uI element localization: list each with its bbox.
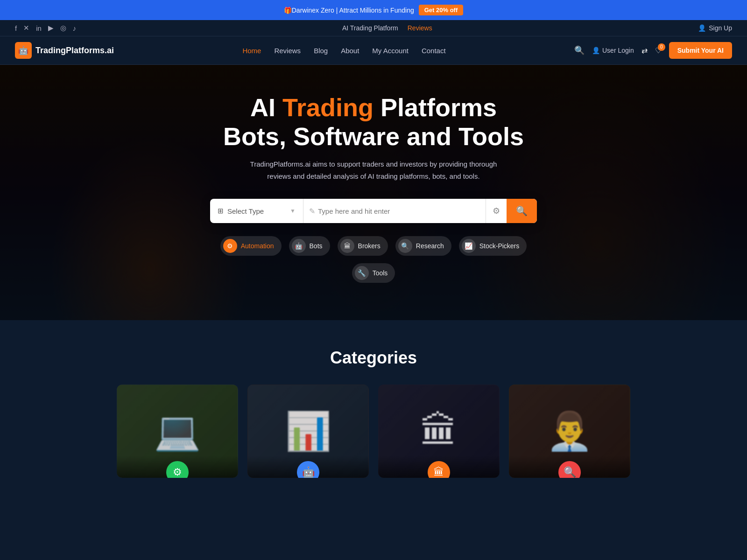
categories-title: Categories <box>15 348 732 368</box>
chip-research[interactable]: 🔍 Research <box>395 236 451 256</box>
cat-badge-research: 🔍 <box>558 461 581 478</box>
search-bar: ⊞ Select Type ▼ ✎ ⚙ 🔍 <box>210 199 537 223</box>
user-icon: 👤 <box>592 47 600 54</box>
user-login-label: User Login <box>602 47 634 54</box>
search-input[interactable] <box>318 207 480 215</box>
nav-contact[interactable]: Contact <box>422 47 446 55</box>
signup-label: Sign Up <box>709 24 732 32</box>
category-chips: ⚙ Automation 🤖 Bots 🏛 Brokers 🔍 Research… <box>210 236 537 283</box>
cursor-icon: ✎ <box>309 207 315 216</box>
nav-right: 🔍 👤 User Login ⇄ ♡ 0 Submit Your AI <box>574 42 732 59</box>
hero-title-part2: Platforms <box>374 93 497 121</box>
cat-card-bots[interactable]: 📊 🤖 <box>247 385 369 478</box>
instagram-icon[interactable]: ◎ <box>60 24 66 32</box>
research-icon: 🔍 <box>398 239 412 253</box>
filter-icon-btn[interactable]: ⚙ <box>486 199 507 223</box>
chip-bots[interactable]: 🤖 Bots <box>289 236 330 256</box>
hero-section: AI Trading Platforms Bots, Software and … <box>0 65 747 320</box>
nav-about[interactable]: About <box>341 47 359 55</box>
logo-icon: 🤖 <box>15 42 32 59</box>
nav-blog[interactable]: Blog <box>314 47 328 55</box>
chip-automation-label: Automation <box>241 242 274 250</box>
chip-brokers-label: Brokers <box>358 242 381 250</box>
chevron-down-icon: ▼ <box>290 208 296 214</box>
nav-home[interactable]: Home <box>242 47 261 55</box>
logo-text: TradingPlatforms.ai <box>35 46 114 56</box>
tools-icon: 🔧 <box>355 266 369 280</box>
search-type-select[interactable]: ⊞ Select Type ▼ <box>210 199 303 223</box>
chip-stock-pickers[interactable]: 📈 Stock-Pickers <box>459 236 527 256</box>
nav-my-account[interactable]: My Account <box>372 47 409 55</box>
cat-card-brokers[interactable]: 🏛 🏛 <box>378 385 500 478</box>
cat-badge-bots: 🤖 <box>297 461 319 478</box>
social-bar: f ✕ in ▶ ◎ ♪ AI Trading Platform Reviews… <box>0 20 747 36</box>
nav-menu: Home Reviews Blog About My Account Conta… <box>242 47 445 55</box>
cat-badge-brokers: 🏛 <box>428 461 450 478</box>
chip-tools[interactable]: 🔧 Tools <box>352 263 395 283</box>
cat-card-research[interactable]: 👨‍💼 🔍 <box>509 385 630 478</box>
brokers-icon: 🏛 <box>340 239 354 253</box>
cat-card-overlay-3: 🏛 <box>378 455 500 478</box>
hero-subtitle-line: Bots, Software and Tools <box>223 122 524 150</box>
hero-title-accent: Trading <box>282 93 374 121</box>
categories-grid: 💻 ⚙ 📊 🤖 🏛 🏛 👨‍💼 <box>117 385 630 478</box>
search-input-wrap: ✎ <box>303 199 486 223</box>
top-nav-reviews[interactable]: Reviews <box>408 24 432 32</box>
chip-stock-pickers-label: Stock-Pickers <box>479 242 520 250</box>
wishlist-icon-wrap[interactable]: ♡ 0 <box>655 46 662 55</box>
user-icon-top: 👤 <box>698 24 706 32</box>
tiktok-icon[interactable]: ♪ <box>73 24 77 32</box>
linkedin-icon[interactable]: in <box>36 24 42 32</box>
banner-text: 🎁Darwinex Zero | Attract Millions in Fun… <box>284 7 414 14</box>
cat-card-automation[interactable]: 💻 ⚙ <box>117 385 238 478</box>
nav-reviews[interactable]: Reviews <box>274 47 301 55</box>
hero-title: AI Trading Platforms Bots, Software and … <box>210 93 537 151</box>
search-icon-btn[interactable]: 🔍 <box>574 45 585 56</box>
compare-icon-wrap[interactable]: ⇄ <box>641 46 648 55</box>
hero-title-part1: AI <box>250 93 282 121</box>
cat-badge-automation: ⚙ <box>166 461 189 478</box>
signup-top[interactable]: 👤 Sign Up <box>698 24 732 32</box>
chip-brokers[interactable]: 🏛 Brokers <box>338 236 388 256</box>
hero-description: TradingPlatforms.ai aims to support trad… <box>243 158 504 182</box>
categories-section: Categories 💻 ⚙ 📊 🤖 🏛 🏛 <box>0 320 747 497</box>
submit-btn[interactable]: Submit Your AI <box>669 42 732 59</box>
search-go-btn[interactable]: 🔍 <box>507 199 537 223</box>
x-icon[interactable]: ✕ <box>23 24 29 32</box>
chip-bots-label: Bots <box>310 242 323 250</box>
wishlist-badge: 0 <box>658 43 665 51</box>
main-nav: 🤖 TradingPlatforms.ai Home Reviews Blog … <box>0 36 747 65</box>
top-banner: 🎁Darwinex Zero | Attract Millions in Fun… <box>0 0 747 20</box>
chip-research-label: Research <box>416 242 444 250</box>
search-select-label: Select Type <box>227 207 264 215</box>
social-icons-group: f ✕ in ▶ ◎ ♪ <box>15 24 76 32</box>
grid-icon: ⊞ <box>218 207 224 215</box>
chip-automation[interactable]: ⚙ Automation <box>220 236 282 256</box>
facebook-icon[interactable]: f <box>15 24 17 32</box>
logo[interactable]: 🤖 TradingPlatforms.ai <box>15 42 114 59</box>
compare-icon: ⇄ <box>641 47 648 55</box>
chip-tools-label: Tools <box>373 269 388 277</box>
automation-icon: ⚙ <box>223 239 237 253</box>
cat-card-overlay-2: 🤖 <box>247 455 369 478</box>
bots-icon: 🤖 <box>292 239 306 253</box>
stock-pickers-icon: 📈 <box>462 239 476 253</box>
banner-cta[interactable]: Get 20% off <box>419 5 464 15</box>
cat-card-overlay-1: ⚙ <box>117 455 238 478</box>
user-login-btn[interactable]: 👤 User Login <box>592 47 634 54</box>
cat-card-overlay-4: 🔍 <box>509 455 630 478</box>
hero-content: AI Trading Platforms Bots, Software and … <box>210 93 537 283</box>
top-nav-links: AI Trading Platform Reviews <box>342 24 432 32</box>
youtube-icon[interactable]: ▶ <box>48 24 54 32</box>
top-nav-ai-trading[interactable]: AI Trading Platform <box>342 24 398 32</box>
